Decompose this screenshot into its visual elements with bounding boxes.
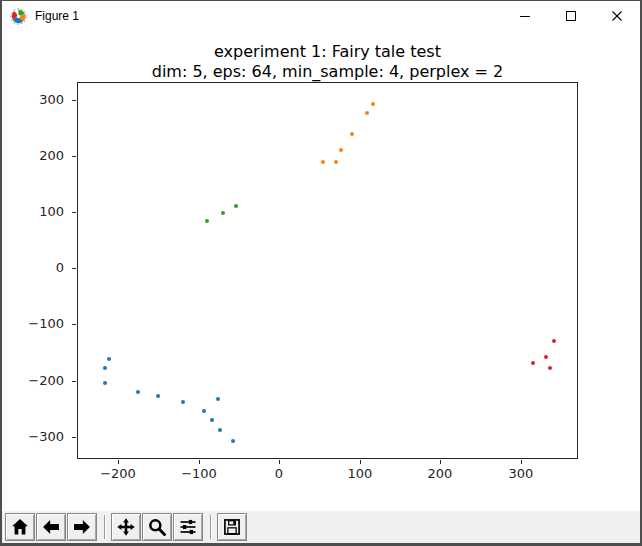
figure-title: experiment 1: Fairy tale test <box>77 42 578 62</box>
scatter-point-cluster-red <box>544 355 548 359</box>
figure-subtitle: dim: 5, eps: 64, min_sample: 4, perplex … <box>77 62 578 82</box>
scatter-point-cluster-green <box>234 204 238 208</box>
x-tick-label: −100 <box>169 466 229 481</box>
sliders-icon <box>178 517 198 537</box>
toolbar-separator <box>210 515 212 539</box>
back-button[interactable] <box>36 513 66 541</box>
scatter-point-cluster-orange <box>321 160 325 164</box>
scatter-point-cluster-orange <box>350 132 354 136</box>
minimize-button[interactable] <box>502 1 548 31</box>
close-button[interactable] <box>594 1 640 31</box>
x-tick-label: 300 <box>491 466 551 481</box>
home-button[interactable] <box>5 513 35 541</box>
x-tick-mark <box>199 460 200 464</box>
configure-subplots-button[interactable] <box>173 513 203 541</box>
scatter-point-cluster-blue <box>103 366 107 370</box>
y-tick-label: 300 <box>9 92 64 108</box>
y-tick-label: −300 <box>9 429 64 445</box>
scatter-point-cluster-orange <box>334 160 338 164</box>
figure-canvas[interactable]: experiment 1: Fairy tale test dim: 5, ep… <box>2 31 640 511</box>
y-tick-mark <box>72 268 76 269</box>
figure-window: Figure 1 experiment 1: Fairy tal <box>0 0 642 546</box>
zoom-button[interactable] <box>142 513 172 541</box>
y-tick-mark <box>72 156 76 157</box>
home-icon <box>10 517 30 537</box>
x-tick-mark <box>279 460 280 464</box>
scatter-point-cluster-green <box>205 219 209 223</box>
minimize-icon <box>519 10 531 22</box>
scatter-point-cluster-green <box>221 211 225 215</box>
close-icon <box>611 10 623 22</box>
scatter-point-cluster-blue <box>136 390 140 394</box>
x-tick-mark <box>360 460 361 464</box>
scatter-point-cluster-blue <box>103 381 107 385</box>
x-tick-label: 200 <box>410 466 470 481</box>
toolbar-separator <box>104 515 106 539</box>
y-tick-mark <box>72 381 76 382</box>
x-tick-label: 100 <box>330 466 390 481</box>
scatter-point-cluster-orange <box>339 148 343 152</box>
arrow-left-icon <box>41 517 61 537</box>
maximize-icon <box>565 10 577 22</box>
floppy-disk-icon <box>222 517 242 537</box>
scatter-point-cluster-orange <box>371 102 375 106</box>
x-tick-mark <box>440 460 441 464</box>
y-tick-mark <box>72 324 76 325</box>
y-tick-label: 0 <box>9 260 64 276</box>
window-title: Figure 1 <box>35 9 79 23</box>
titlebar: Figure 1 <box>2 1 640 31</box>
axes-frame <box>77 82 578 459</box>
y-tick-label: −200 <box>9 373 64 389</box>
scatter-point-cluster-blue <box>181 400 185 404</box>
x-tick-label: 0 <box>249 466 309 481</box>
pan-button[interactable] <box>111 513 141 541</box>
magnifier-icon <box>147 517 167 537</box>
forward-button[interactable] <box>67 513 97 541</box>
y-tick-label: 100 <box>9 204 64 220</box>
x-tick-mark <box>118 460 119 464</box>
maximize-button[interactable] <box>548 1 594 31</box>
move-icon <box>116 517 136 537</box>
y-tick-mark <box>72 437 76 438</box>
y-tick-mark <box>72 100 76 101</box>
x-tick-label: −200 <box>88 466 148 481</box>
matplotlib-logo-icon <box>10 8 27 25</box>
y-tick-mark <box>72 212 76 213</box>
figure-title-block: experiment 1: Fairy tale test dim: 5, ep… <box>77 42 578 82</box>
scatter-point-cluster-blue <box>231 439 235 443</box>
y-tick-label: −100 <box>9 316 64 332</box>
arrow-right-icon <box>72 517 92 537</box>
y-tick-label: 200 <box>9 148 64 164</box>
scatter-point-cluster-red <box>531 361 535 365</box>
save-button[interactable] <box>217 513 247 541</box>
toolbar <box>2 511 640 543</box>
x-tick-mark <box>521 460 522 464</box>
window-controls <box>502 1 640 31</box>
